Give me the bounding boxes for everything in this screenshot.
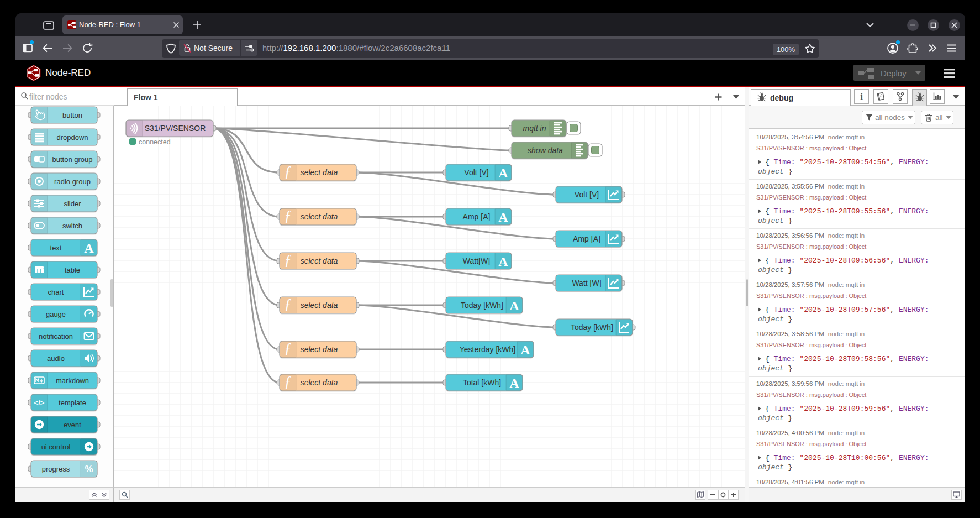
svg-text:select data: select data: [301, 212, 338, 221]
svg-text:Today [kWh]: Today [kWh]: [461, 301, 503, 310]
svg-text:audio: audio: [47, 354, 65, 363]
svg-text:select data: select data: [301, 345, 338, 354]
svg-text:gauge: gauge: [46, 310, 66, 318]
svg-text:ƒ: ƒ: [284, 373, 292, 390]
svg-text:connected: connected: [139, 138, 171, 146]
svg-text:%: %: [85, 464, 93, 474]
svg-text:notification: notification: [39, 332, 73, 341]
svg-text:ui control: ui control: [41, 443, 71, 451]
svg-text:text: text: [50, 244, 62, 252]
svg-text:markdown: markdown: [56, 376, 89, 385]
svg-text:dropdown: dropdown: [56, 133, 88, 142]
svg-text:A: A: [509, 299, 519, 313]
svg-text:Watt[W]: Watt[W]: [463, 257, 490, 265]
svg-text:show data: show data: [528, 146, 563, 155]
svg-text:select data: select data: [301, 301, 338, 310]
svg-text:A: A: [498, 166, 508, 180]
svg-text:ƒ: ƒ: [284, 296, 292, 312]
svg-text:A: A: [509, 376, 519, 390]
svg-text:Today [kWh]: Today [kWh]: [571, 323, 613, 332]
svg-text:progress: progress: [42, 465, 70, 473]
svg-text:event: event: [64, 421, 81, 429]
svg-text:table: table: [65, 266, 80, 274]
svg-text:ƒ: ƒ: [284, 207, 292, 224]
svg-text:A: A: [498, 254, 508, 269]
svg-text:Volt [V]: Volt [V]: [575, 190, 599, 199]
svg-text:A: A: [520, 343, 530, 357]
svg-text:Amp [A]: Amp [A]: [573, 234, 600, 243]
svg-text:Total [kWh]: Total [kWh]: [463, 378, 501, 387]
svg-text:switch: switch: [62, 222, 82, 230]
svg-text:slider: slider: [64, 200, 81, 208]
svg-text:Volt [V]: Volt [V]: [464, 168, 488, 177]
svg-text:radio group: radio group: [54, 177, 91, 186]
svg-text:template: template: [59, 399, 86, 407]
svg-text:button group: button group: [52, 155, 92, 164]
svg-text:chart: chart: [48, 288, 64, 296]
svg-text:select data: select data: [301, 257, 338, 265]
svg-text:mqtt in: mqtt in: [523, 124, 546, 133]
svg-text:ƒ: ƒ: [284, 163, 292, 180]
svg-text:ƒ: ƒ: [284, 340, 292, 357]
svg-text:Yesterday [kWh]: Yesterday [kWh]: [460, 345, 515, 354]
svg-text:button: button: [62, 111, 82, 119]
svg-text:Watt [W]: Watt [W]: [572, 279, 601, 287]
svg-text:Amp [A]: Amp [A]: [463, 212, 491, 221]
svg-text:A: A: [84, 241, 94, 255]
svg-text:select data: select data: [301, 168, 338, 177]
svg-text:select data: select data: [301, 378, 338, 387]
svg-text:ƒ: ƒ: [284, 252, 292, 268]
svg-text:A: A: [498, 210, 508, 224]
svg-text:S31/PV/SENSOR: S31/PV/SENSOR: [145, 124, 206, 133]
svg-text:</>: </>: [34, 399, 45, 407]
